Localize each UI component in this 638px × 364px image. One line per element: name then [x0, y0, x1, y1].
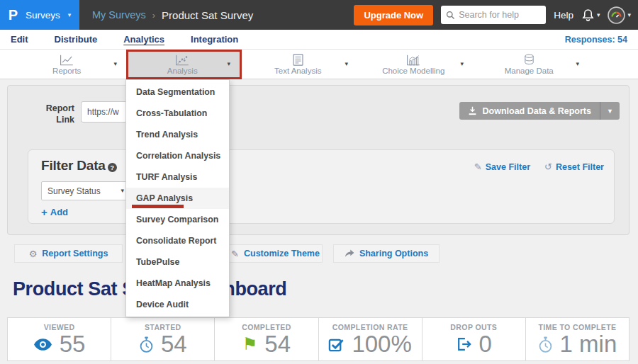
- analysis-dropdown-menu: Data Segmentation Cross-Tabulation Trend…: [125, 79, 230, 317]
- help-icon[interactable]: ?: [108, 163, 117, 172]
- search-input[interactable]: [459, 10, 541, 20]
- report-panel: Report Link Download Data & Reports ▼ Fi…: [7, 85, 629, 235]
- choice-modelling-menu-button[interactable]: Choice Modelling ▾: [357, 50, 473, 79]
- menu-item-turf-analysis[interactable]: TURF Analysis: [126, 166, 229, 188]
- menu-item-label: TubePulse: [136, 257, 179, 267]
- tab-sharing-options[interactable]: Sharing Options: [333, 244, 440, 263]
- menu-item-label: Correlation Analysis: [136, 151, 220, 161]
- customize-theme-label: Customize Theme: [244, 249, 320, 258]
- checkbox-icon: [328, 336, 345, 353]
- chevron-down-icon: ▾: [121, 188, 124, 194]
- chevron-down-icon: ▾: [113, 61, 117, 67]
- menu-item-label: HeatMap Analysis: [136, 278, 211, 288]
- reports-menu-button[interactable]: Reports ▾: [11, 50, 126, 79]
- toolbar-label: Manage Data: [505, 67, 554, 75]
- chevron-down-icon: ▾: [597, 12, 600, 18]
- toolbar-cell: Reports ▾: [11, 50, 126, 79]
- survey-status-select[interactable]: Survey Status ▾: [41, 181, 130, 200]
- menu-item-gap-analysis[interactable]: GAP Analysis: [126, 188, 229, 209]
- report-link-label: Report Link: [38, 103, 74, 126]
- menu-item-label: Device Audit: [136, 300, 189, 309]
- scatter-chart-icon: [175, 54, 189, 66]
- timer-icon: [538, 336, 553, 353]
- stat-viewed: VIEWED 55: [8, 318, 111, 360]
- menu-item-cross-tabulation[interactable]: Cross-Tabulation: [126, 103, 229, 124]
- tab-report-settings[interactable]: ⚙ Report Settings: [14, 244, 123, 263]
- menu-item-label: Data Segmentation: [136, 87, 215, 97]
- chevron-down-icon: ▾: [576, 61, 579, 67]
- help-search[interactable]: [441, 6, 546, 24]
- menu-item-consolidate-report[interactable]: Consolidate Report: [126, 230, 229, 251]
- product-switcher[interactable]: P Surveys ▾: [0, 0, 79, 30]
- menu-item-survey-comparison[interactable]: Survey Comparison: [126, 209, 229, 230]
- toolbar-label: Analysis: [167, 67, 198, 75]
- menu-item-tubepulse[interactable]: TubePulse: [126, 251, 229, 273]
- download-data-reports-button[interactable]: Download Data & Reports: [459, 102, 601, 120]
- tab-integration[interactable]: Integration: [191, 34, 238, 45]
- toolbar-cell: Choice Modelling ▾: [357, 50, 473, 79]
- search-icon: [446, 11, 455, 20]
- notifications-button[interactable]: ▾: [581, 8, 600, 22]
- document-icon: [293, 54, 303, 66]
- chevron-down-icon: ▾: [68, 12, 72, 18]
- tab-distribute[interactable]: Distribute: [55, 34, 98, 45]
- pencil-icon: ✎: [231, 249, 239, 259]
- save-filter-button[interactable]: ✎ Save Filter: [474, 161, 530, 172]
- stopwatch-icon: [139, 336, 154, 353]
- responses-count[interactable]: Responses: 54: [565, 35, 627, 45]
- menu-item-label: Cross-Tabulation: [136, 108, 207, 118]
- reset-filter-button[interactable]: ↺ Reset Filter: [544, 161, 604, 172]
- text-analysis-menu-button[interactable]: Text Analysis ▾: [242, 50, 357, 79]
- stats-bar: VIEWED 55 STARTED 54 COMPLETED: [7, 317, 629, 361]
- reset-icon: ↺: [544, 161, 552, 172]
- breadcrumb: My Surveys › Product Sat Survey: [92, 9, 253, 21]
- add-filter-button[interactable]: + Add: [41, 206, 68, 218]
- tab-edit[interactable]: Edit: [11, 34, 28, 45]
- stat-value: 1 min: [560, 332, 617, 357]
- filter-panel: Filter Data ? ✎ Save Filter ↺ Reset Filt…: [28, 149, 615, 224]
- menu-item-correlation-analysis[interactable]: Correlation Analysis: [126, 145, 229, 166]
- chevron-right-icon: ›: [152, 10, 155, 21]
- menu-item-heatmap-analysis[interactable]: HeatMap Analysis: [126, 273, 229, 294]
- toolbar-label: Choice Modelling: [382, 67, 444, 75]
- annotation-underline: [132, 205, 184, 208]
- chevron-down-icon: ▾: [227, 61, 230, 67]
- filter-data-title: Filter Data: [41, 158, 106, 174]
- stat-time-to-complete: TIME TO COMPLETE 1 min: [526, 318, 629, 360]
- gears-icon: ⚙: [29, 249, 38, 259]
- menu-item-trend-analysis[interactable]: Trend Analysis: [126, 124, 229, 145]
- toolbar-cell: Analysis ▾: [126, 50, 242, 79]
- menu-item-label: TURF Analysis: [136, 172, 197, 182]
- reset-filter-label: Reset Filter: [556, 162, 604, 172]
- eye-icon: [33, 339, 52, 351]
- stat-value: 100%: [352, 332, 411, 357]
- upgrade-now-button[interactable]: Upgrade Now: [354, 5, 433, 25]
- breadcrumb-my-surveys[interactable]: My Surveys: [92, 9, 146, 21]
- download-split-button: Download Data & Reports ▼: [459, 102, 620, 120]
- menu-item-device-audit[interactable]: Device Audit: [126, 294, 229, 315]
- avatar: [608, 6, 625, 24]
- tab-analytics[interactable]: Analytics: [123, 34, 164, 45]
- menu-item-data-segmentation[interactable]: Data Segmentation: [126, 81, 229, 103]
- menu-item-label: Consolidate Report: [136, 236, 216, 246]
- database-icon: [523, 54, 535, 66]
- bar-line-chart-icon: [406, 54, 420, 66]
- bell-icon: [581, 8, 595, 22]
- stat-completed: COMPLETED ⚑ 54: [215, 318, 318, 360]
- help-link[interactable]: Help: [554, 10, 573, 21]
- tab-customize-theme[interactable]: ✎ Customize Theme: [228, 244, 323, 263]
- main-content: Report Link Download Data & Reports ▼ Fi…: [0, 79, 638, 364]
- manage-data-menu-button[interactable]: Manage Data ▾: [473, 50, 588, 79]
- analysis-menu-button[interactable]: Analysis ▾: [126, 50, 242, 79]
- chevron-down-icon: ▾: [627, 12, 631, 18]
- topbar: P Surveys ▾ My Surveys › Product Sat Sur…: [0, 0, 638, 30]
- plus-icon: +: [41, 206, 47, 218]
- app-window: P Surveys ▾ My Surveys › Product Sat Sur…: [0, 0, 638, 364]
- exit-icon: [456, 336, 472, 352]
- survey-status-value: Survey Status: [47, 186, 101, 196]
- stat-completion-rate: COMPLETION RATE 100%: [319, 318, 422, 360]
- download-label: Download Data & Reports: [483, 106, 592, 116]
- download-options-caret[interactable]: ▼: [600, 102, 620, 120]
- stat-value: 55: [60, 332, 86, 357]
- account-menu-button[interactable]: ▾: [608, 6, 631, 24]
